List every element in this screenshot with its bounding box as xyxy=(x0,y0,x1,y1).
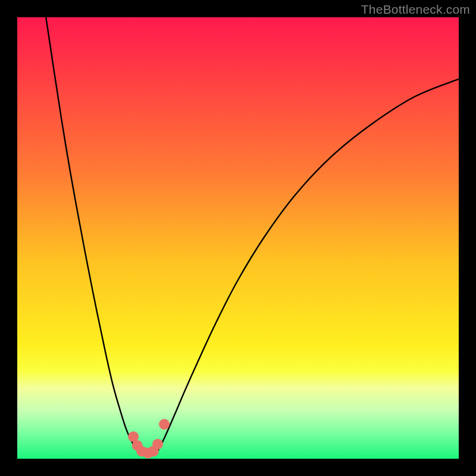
bottleneck-curve xyxy=(17,17,459,459)
curve-path xyxy=(46,17,459,453)
valley-marker xyxy=(152,439,163,450)
valley-marker xyxy=(159,419,170,430)
outer-frame: TheBottleneck.com xyxy=(0,0,476,476)
watermark-text: TheBottleneck.com xyxy=(361,2,470,17)
